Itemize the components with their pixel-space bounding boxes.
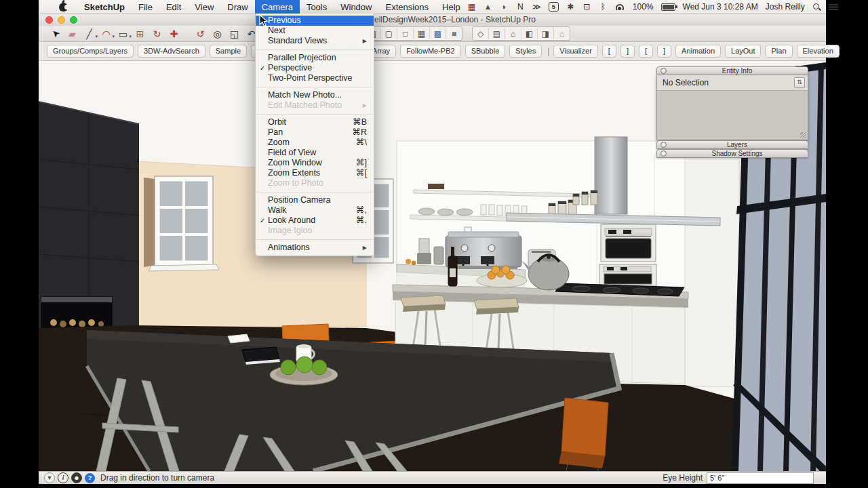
toolbar-button-layout[interactable]: LayOut: [725, 45, 761, 58]
toolbar-button-sbubble[interactable]: SBubble: [465, 45, 506, 58]
close-button[interactable]: [45, 16, 53, 24]
toolbar-button-visualizer[interactable]: Visualizer: [553, 45, 598, 58]
menu-item-two-point-perspective[interactable]: Two-Point Perspective: [256, 73, 374, 83]
toolbar-button-sample[interactable]: Sample: [210, 45, 247, 58]
eye-height-input[interactable]: [707, 472, 814, 484]
menu-item-look-around[interactable]: ✓Look Around⌘.: [256, 216, 374, 226]
back-view-icon[interactable]: ⌂: [554, 28, 570, 39]
select-tool-icon[interactable]: ➤: [47, 27, 64, 41]
wifi-icon[interactable]: [615, 3, 625, 10]
geolocation-icon[interactable]: ▼: [44, 472, 55, 483]
toolbar-button-elevation[interactable]: Elevation: [797, 45, 840, 58]
toolbar-button-followme-pb2[interactable]: FollowMe-PB2: [400, 45, 461, 58]
bell-icon[interactable]: ◗: [500, 2, 509, 12]
credits-icon[interactable]: i: [58, 472, 68, 483]
airplay-icon[interactable]: ⊡: [583, 2, 591, 12]
menubar-item-file[interactable]: File: [132, 0, 159, 14]
menu-item-match-new-photo[interactable]: Match New Photo...: [256, 90, 374, 100]
quicktime-icon[interactable]: ▦: [467, 2, 476, 12]
menubar-item-edit[interactable]: Edit: [159, 0, 188, 14]
zoom-window-tool-icon[interactable]: ◱: [226, 27, 243, 41]
menu-item-walk[interactable]: Walk⌘,: [256, 205, 374, 216]
panel-resize-grip[interactable]: [800, 132, 806, 138]
right-view-icon[interactable]: ◧: [521, 28, 538, 39]
follow-me-tool-icon[interactable]: ↻: [149, 27, 165, 41]
menu-item-previous[interactable]: Previous: [256, 16, 374, 26]
eraser-tool-icon[interactable]: ▰: [64, 27, 81, 41]
menu-item-next[interactable]: Next: [256, 26, 374, 36]
left-view-icon[interactable]: ◨: [538, 28, 554, 39]
menubar-item-camera[interactable]: Camera: [255, 0, 300, 14]
help-icon[interactable]: ?: [85, 473, 95, 483]
menubar-item-sketchup[interactable]: SketchUp: [77, 0, 132, 14]
menu-item-position-camera[interactable]: Position Camera: [256, 195, 374, 205]
iso-view-icon[interactable]: ◇: [473, 28, 489, 39]
toolbar-button-styles[interactable]: Styles: [509, 45, 542, 58]
menu-item-orbit[interactable]: Orbit⌘B: [256, 117, 374, 127]
wireframe-style-icon[interactable]: ▢: [381, 28, 397, 39]
adobe-n-icon[interactable]: N: [516, 2, 525, 12]
evernote-5-icon[interactable]: 5: [549, 2, 559, 12]
menu-item-perspective[interactable]: ✓Perspective: [256, 63, 374, 73]
user-menu[interactable]: Josh Reilly: [766, 2, 805, 12]
menubar-clock[interactable]: Wed Jun 3 10:28 AM: [683, 2, 758, 12]
toolbar-button-[interactable]: ]: [657, 45, 671, 58]
menu-item-zoom[interactable]: Zoom⌘\: [256, 138, 374, 148]
layers-header[interactable]: Layers: [656, 140, 808, 149]
line-tool-icon[interactable]: ╱▾: [81, 27, 98, 41]
menu-item-standard-views[interactable]: Standard Views▶: [256, 36, 374, 46]
battery-percent[interactable]: 100%: [633, 2, 654, 12]
top-view-icon[interactable]: ▤: [489, 28, 505, 39]
menubar-item-window[interactable]: Window: [334, 0, 378, 14]
menubar-item-tools[interactable]: Tools: [300, 0, 334, 14]
notification-center-icon[interactable]: [829, 3, 838, 10]
toolbar-button-animation[interactable]: Animation: [675, 45, 721, 58]
spotlight-icon[interactable]: [812, 3, 821, 12]
shaded-style-icon[interactable]: ▦: [414, 28, 430, 39]
apple-menu[interactable]: [50, 0, 77, 14]
menubar-item-draw[interactable]: Draw: [220, 0, 254, 14]
toolbar-button-[interactable]: [: [639, 45, 653, 58]
drive-icon[interactable]: ▲: [484, 2, 492, 12]
push-pull-tool-icon[interactable]: ⊞: [132, 27, 149, 41]
entity-info-detach-button[interactable]: ⇅: [794, 77, 805, 88]
arc-tool-icon[interactable]: ◠▾: [98, 27, 115, 41]
hand-icon[interactable]: ✱: [566, 2, 575, 12]
macos-menubar: SketchUpFileEditViewDrawCameraToolsWindo…: [39, 0, 826, 14]
bluetooth-icon[interactable]: ᛒ: [599, 2, 608, 12]
menu-item-field-of-view[interactable]: Field of View: [256, 148, 374, 158]
menubar-item-help[interactable]: Help: [435, 0, 467, 14]
rectangle-tool-icon[interactable]: ▭▾: [115, 27, 132, 41]
menu-item-zoom-window[interactable]: Zoom Window⌘]: [256, 158, 374, 168]
shaded-textures-style-icon[interactable]: ▩: [430, 28, 446, 39]
toolbar-button-[interactable]: [: [602, 45, 616, 58]
menu-item-animations[interactable]: Animations▶: [256, 243, 374, 253]
toolbar-button-groups-comps-layers[interactable]: Groups/Comps/Layers: [47, 45, 134, 58]
zoom-button[interactable]: [70, 16, 77, 24]
toolbar-button-[interactable]: ]: [620, 45, 635, 58]
battery-icon[interactable]: [661, 3, 675, 11]
entity-info-collapse-icon[interactable]: [660, 68, 667, 74]
hidden-line-style-icon[interactable]: □: [397, 28, 414, 39]
menu-item-pan[interactable]: Pan⌘R: [256, 127, 374, 138]
arrows-icon[interactable]: ≫: [532, 2, 541, 12]
sign-in-icon[interactable]: ☻: [71, 472, 82, 483]
shadow-settings-header[interactable]: Shadow Settings: [656, 149, 808, 158]
minimize-button[interactable]: [58, 16, 65, 24]
entity-info-header[interactable]: Entity Info: [656, 66, 808, 75]
orbit-tool-icon[interactable]: ↺: [192, 27, 209, 41]
monochrome-style-icon[interactable]: ■: [446, 28, 462, 39]
menubar-item-extensions[interactable]: Extensions: [378, 0, 435, 14]
menu-item-label: Next: [268, 26, 367, 36]
menu-item-zoom-extents[interactable]: Zoom Extents⌘[: [256, 168, 374, 178]
layers-collapse-icon[interactable]: [660, 142, 667, 148]
toolbar-button-plan[interactable]: Plan: [765, 45, 792, 58]
menu-item-parallel-projection[interactable]: Parallel Projection: [256, 53, 374, 63]
move-tool-icon[interactable]: ✚: [165, 27, 182, 41]
zoom-tool-icon[interactable]: ◎: [209, 27, 226, 41]
menu-checkmark: ✓: [260, 216, 268, 226]
front-view-icon[interactable]: ⌂: [505, 28, 521, 39]
toolbar-button-3dw-advsearch[interactable]: 3DW-AdvSearch: [138, 45, 205, 58]
menubar-item-view[interactable]: View: [188, 0, 220, 14]
shadow-settings-collapse-icon[interactable]: [660, 150, 667, 157]
